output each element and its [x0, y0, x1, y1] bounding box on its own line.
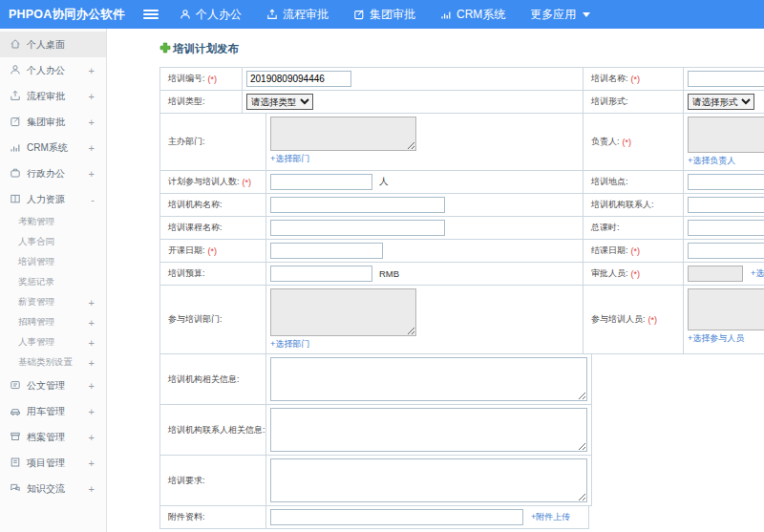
label-join-staff: 参与培训人员:(*)	[584, 286, 684, 354]
sidebar-item-personal-office[interactable]: 个人办公 +	[0, 57, 106, 83]
budget-input[interactable]	[270, 266, 372, 282]
org-info-textarea[interactable]	[270, 357, 587, 401]
label-leader: 负责人:(*)	[584, 114, 684, 171]
user-icon	[10, 62, 21, 79]
app-logo: PHPOA协同办公软件	[0, 7, 143, 23]
select-approver-link[interactable]: +选择审批人	[751, 267, 764, 280]
home-icon	[10, 36, 21, 53]
join-dept-textarea[interactable]	[270, 288, 416, 336]
sidebar-subitem-attendance[interactable]: 考勤管理	[0, 212, 106, 232]
place-input[interactable]	[688, 174, 764, 190]
label-org-info: 培训机构相关信息:	[160, 354, 266, 405]
chart-icon	[10, 139, 21, 157]
sidebar-item-admin-office[interactable]: 行政办公 +	[0, 160, 106, 186]
sidebar-item-vehicles[interactable]: 用车管理 +	[0, 398, 106, 424]
label-join-dept: 参与培训部门:	[160, 286, 266, 354]
topnav-workflow-approval[interactable]: 流程审批	[266, 7, 329, 23]
sidebar-item-group-approval[interactable]: 集团审批 +	[0, 109, 106, 135]
select-join-dept-link[interactable]: +选择部门	[270, 338, 416, 351]
sidebar-subitem-rewards[interactable]: 奖惩记录	[0, 272, 106, 292]
sidebar-subitem-training[interactable]: 培训管理	[0, 252, 106, 272]
topnav-personal-office[interactable]: 个人办公	[180, 7, 242, 23]
edit-icon	[353, 9, 365, 20]
caret-down-icon	[583, 12, 590, 17]
archive-icon	[10, 429, 21, 446]
approver-input[interactable]	[688, 266, 743, 282]
training-type-select[interactable]: 请选择类型	[246, 94, 313, 110]
org-contact-input[interactable]	[688, 197, 764, 213]
unit-person: 人	[379, 176, 389, 188]
label-planned-count: 计划参与培训人数:(*)	[160, 171, 266, 194]
chart-icon	[440, 9, 452, 20]
sidebar-item-workflow-approval[interactable]: 流程审批 +	[0, 83, 106, 109]
label-end-date: 结课日期:(*)	[584, 240, 684, 263]
requirement-textarea[interactable]	[270, 458, 587, 502]
user-icon	[180, 9, 191, 20]
page-title: 培训计划发布	[159, 40, 764, 57]
edit-icon	[10, 114, 21, 131]
sidebar-item-documents[interactable]: 公文管理 +	[0, 372, 106, 398]
host-dept-textarea[interactable]	[270, 117, 416, 151]
training-name-input[interactable]	[688, 71, 764, 87]
select-join-staff-link[interactable]: +选择参与人员	[688, 332, 764, 345]
sidebar-subitem-base-category[interactable]: 基础类别设置+	[0, 352, 106, 372]
plus-icon	[159, 40, 171, 57]
sidebar-item-hr[interactable]: 人力资源 -	[0, 186, 106, 212]
label-org-contact-info: 培训机构联系人相关信息:	[160, 405, 266, 456]
select-leader-link[interactable]: +选择负责人	[688, 155, 764, 167]
planned-count-input[interactable]	[270, 174, 372, 190]
label-training-mode: 培训形式:	[584, 91, 684, 114]
sidebar-subitem-recruit[interactable]: 招聘管理+	[0, 312, 106, 332]
chat-icon	[10, 480, 21, 498]
briefcase-icon	[10, 165, 21, 182]
upload-icon	[10, 88, 21, 105]
label-course-name: 培训课程名称:	[160, 217, 266, 240]
training-mode-select[interactable]: 请选择形式	[688, 94, 754, 110]
org-name-input[interactable]	[270, 197, 445, 213]
label-training-number: 培训编号:(*)	[160, 68, 243, 91]
sidebar-item-desktop[interactable]: 个人桌面	[0, 32, 106, 57]
course-name-input[interactable]	[270, 220, 445, 236]
sidebar-item-archives[interactable]: 档案管理 +	[0, 424, 106, 450]
org-contact-info-textarea[interactable]	[270, 408, 587, 452]
start-date-input[interactable]	[270, 243, 383, 259]
total-hours-input[interactable]	[688, 220, 764, 236]
label-start-date: 开课日期:(*)	[160, 240, 266, 263]
upload-icon	[266, 9, 278, 20]
label-training-name: 培训名称:(*)	[584, 68, 684, 91]
car-icon	[10, 403, 21, 420]
end-date-input[interactable]	[688, 243, 764, 259]
leader-textarea[interactable]	[688, 117, 764, 153]
label-host-dept: 主办部门:	[160, 114, 266, 171]
topnav-group-approval[interactable]: 集团审批	[353, 7, 415, 23]
label-place: 培训地点:	[584, 171, 684, 194]
sidebar-subitem-hr-contract[interactable]: 人事合同	[0, 232, 106, 252]
clipboard-icon	[10, 455, 21, 472]
attachment-upload-link[interactable]: +附件上传	[531, 511, 570, 523]
sidebar: 个人桌面 个人办公 + 流程审批 + 集团审批 + CRM系统 + 行政办公 +	[0, 29, 107, 532]
sidebar-item-projects[interactable]: 项目管理 +	[0, 450, 106, 476]
label-total-hours: 总课时:	[584, 217, 684, 240]
label-requirement: 培训要求:	[160, 456, 266, 506]
sidebar-item-knowledge[interactable]: 知识交流 +	[0, 476, 106, 501]
unit-rmb: RMB	[379, 268, 399, 279]
attachment-input[interactable]	[270, 509, 523, 525]
label-budget: 培训预算:	[160, 263, 266, 286]
join-staff-textarea[interactable]	[688, 288, 764, 330]
top-bar: PHPOA协同办公软件 个人办公 流程审批 集团审批 CRM系统 更多应用	[0, 0, 764, 29]
sidebar-subitem-personnel[interactable]: 人事管理+	[0, 332, 106, 352]
sidebar-subitem-salary[interactable]: 薪资管理+	[0, 292, 106, 312]
label-org-contact: 培训机构联系人:	[584, 194, 684, 217]
training-form: 培训编号:(*) 培训名称:(*) 培训类型: 请选择类型 培训形式: 请选择形…	[159, 67, 764, 114]
training-number-input[interactable]	[246, 71, 351, 87]
menu-toggle-icon[interactable]	[143, 8, 159, 21]
main-content: 培训计划发布 培训编号:(*) 培训名称:(*) 培训类型: 请选择类型 培训形…	[107, 29, 764, 532]
label-approver: 审批人员:(*)	[584, 263, 684, 286]
sidebar-item-crm[interactable]: CRM系统 +	[0, 135, 106, 160]
topnav-crm-system[interactable]: CRM系统	[440, 7, 505, 23]
document-icon	[10, 377, 21, 394]
label-attachment: 附件资料:	[160, 506, 266, 529]
label-training-type: 培训类型:	[160, 91, 243, 114]
select-dept-link[interactable]: +选择部门	[270, 153, 416, 165]
topnav-more-apps[interactable]: 更多应用	[530, 7, 590, 23]
